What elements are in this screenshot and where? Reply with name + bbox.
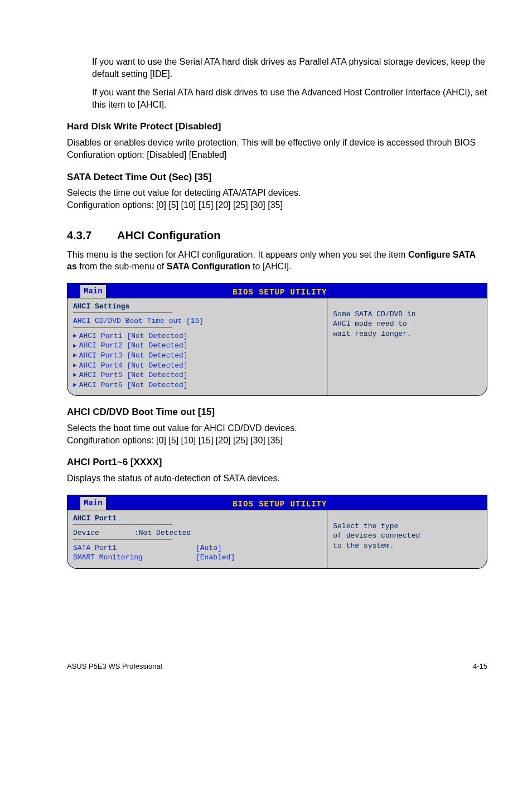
- bios-help-panel: Some SATA CD/DVD in AHCI mode need to wa…: [327, 298, 487, 395]
- bios-header: Main BIOS SETUP UTILITY: [67, 495, 487, 510]
- sata-detect-desc-2: Configuration options: [0] [5] [10] [15]…: [67, 199, 487, 211]
- bios-item-port3: ▶AHCI Port3 [Not Detected]: [73, 351, 321, 361]
- bios-item-boot-time: AHCI CD/DVD Boot Time out [15]: [73, 316, 321, 326]
- ahci-config-heading: 4.3.7AHCI Configuration: [67, 228, 487, 243]
- triangle-icon: ▶: [73, 381, 77, 389]
- bios-smart-monitoring-row: SMART Monitoring [Enabled]: [73, 553, 321, 563]
- intro-paragraph-1: If you want to use the Serial ATA hard d…: [92, 56, 487, 80]
- bios-item-port2: ▶AHCI Port2 [Not Detected]: [73, 341, 321, 351]
- sata-detect-heading: SATA Detect Time Out (Sec) [35]: [67, 171, 487, 184]
- triangle-icon: ▶: [73, 342, 77, 350]
- bios-screenshot-ahci-port1: Main BIOS SETUP UTILITY AHCI Port1 Devic…: [67, 495, 487, 569]
- bios-title: BIOS SETUP UTILITY: [233, 288, 327, 297]
- ahci-port-heading: AHCI Port1~6 [XXXX]: [67, 456, 487, 469]
- bios-tab-main: Main: [80, 284, 107, 298]
- footer-right: 4-15: [473, 661, 487, 671]
- bios-tab-main: Main: [80, 496, 107, 510]
- bios-item-port6: ▶AHCI Port6 [Not Detected]: [73, 380, 321, 390]
- bios-item-port5: ▶AHCI Port5 [Not Detected]: [73, 370, 321, 380]
- sata-detect-desc-1: Selects the time out value for detecting…: [67, 187, 487, 199]
- bios-header: Main BIOS SETUP UTILITY: [67, 283, 487, 298]
- triangle-icon: ▶: [73, 371, 77, 379]
- footer-left: ASUS P5E3 WS Professional: [67, 661, 162, 671]
- bios-left-panel: AHCI Port1 Device :Not Detected SATA Por…: [67, 510, 327, 568]
- ahci-port-desc: Displays the status of auto-detection of…: [67, 472, 487, 485]
- bios-help-line: to the system.: [333, 541, 481, 551]
- ahci-boot-heading: AHCI CD/DVD Boot Time out [15]: [67, 406, 487, 419]
- bios-panel-title: AHCI Port1: [73, 514, 321, 524]
- divider: [73, 539, 172, 540]
- bios-help-line: Some SATA CD/DVD in: [333, 310, 481, 320]
- hard-disk-write-desc: Disables or enables device write protect…: [67, 137, 487, 161]
- bios-screenshot-ahci-settings: Main BIOS SETUP UTILITY AHCI Settings AH…: [67, 283, 487, 396]
- triangle-icon: ▶: [73, 351, 77, 360]
- intro-paragraph-2: If you want the Serial ATA hard disk dri…: [92, 86, 487, 110]
- page-footer: ASUS P5E3 WS Professional 4-15: [67, 658, 487, 671]
- bios-help-line: wait ready longer.: [333, 329, 481, 339]
- ahci-boot-desc-2: Congifuration options: [0] [5] [10] [15]…: [67, 434, 487, 447]
- divider: [73, 524, 172, 525]
- triangle-icon: ▶: [73, 332, 77, 340]
- ahci-boot-desc-1: Selects the boot time out value for AHCI…: [67, 422, 487, 434]
- bios-device-row: Device :Not Detected: [73, 528, 321, 538]
- bios-sata-port1-row: SATA Port1 [Auto]: [73, 543, 321, 553]
- bios-panel-title: AHCI Settings: [73, 302, 321, 312]
- bios-help-line: Select the type: [333, 521, 481, 532]
- bios-left-panel: AHCI Settings AHCI CD/DVD Boot Time out …: [67, 298, 327, 395]
- bios-item-port1: ▶AHCI Port1 [Not Detected]: [73, 331, 321, 341]
- triangle-icon: ▶: [73, 361, 77, 370]
- divider: [73, 327, 172, 328]
- ahci-intro: This menu is the section for AHCI config…: [67, 249, 487, 273]
- divider: [73, 312, 172, 313]
- hard-disk-write-heading: Hard Disk Write Protect [Disabled]: [67, 120, 487, 133]
- bios-help-panel: Select the type of devices connected to …: [327, 510, 487, 568]
- bios-title: BIOS SETUP UTILITY: [233, 500, 327, 509]
- section-title: AHCI Configuration: [117, 229, 221, 241]
- bios-item-port4: ▶AHCI Port4 [Not Detected]: [73, 361, 321, 371]
- section-number: 4.3.7: [67, 228, 117, 243]
- bios-help-line: of devices connected: [333, 531, 481, 541]
- bios-help-line: AHCI mode need to: [333, 319, 481, 329]
